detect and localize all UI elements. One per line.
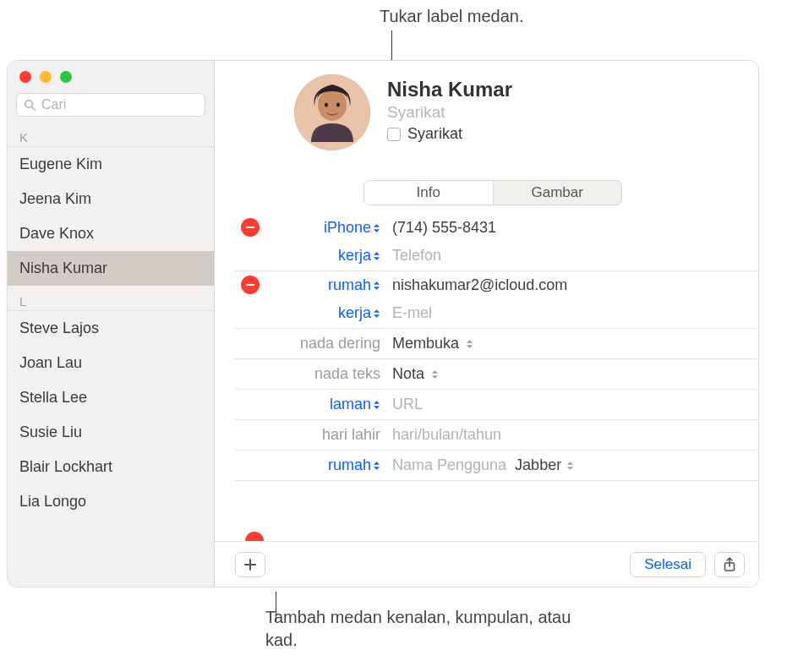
contact-name[interactable]: Nisha Kumar xyxy=(387,78,512,101)
sidebar: Cari K Eugene Kim Jeena Kim Dave Knox Ni… xyxy=(8,61,215,587)
search-placeholder: Cari xyxy=(41,97,66,112)
birthday-label: hari lahir xyxy=(322,426,380,443)
contact-card: Nisha Kumar Syarikat Syarikat Info Gamba… xyxy=(215,61,758,587)
list-item[interactable]: Lia Longo xyxy=(8,484,214,519)
list-item[interactable]: Jeena Kim xyxy=(8,182,214,216)
phone-value[interactable]: (714) 555-8431 xyxy=(385,219,496,237)
company-field[interactable]: Syarikat xyxy=(387,103,512,122)
done-button[interactable]: Selesai xyxy=(630,552,706,577)
plus-icon xyxy=(243,558,257,571)
phone2-value[interactable]: Telefon xyxy=(385,247,441,265)
callout-top: Tukar label medan. xyxy=(380,0,718,28)
list-item[interactable]: Blair Lockhart xyxy=(8,450,214,484)
birthday-value[interactable]: hari/bulan/tahun xyxy=(385,426,501,444)
window-controls xyxy=(8,61,214,93)
contacts-list[interactable]: K Eugene Kim Jeena Kim Dave Knox Nisha K… xyxy=(8,122,214,519)
tab-bar: Info Gambar xyxy=(363,180,622,205)
ringtone-label: nada dering xyxy=(300,335,380,352)
im-service-dropdown[interactable]: Jabber xyxy=(515,456,574,474)
share-button[interactable] xyxy=(714,552,745,577)
search-input[interactable]: Cari xyxy=(16,93,205,117)
phone-label-dropdown[interactable]: iPhone xyxy=(265,219,385,237)
im-label-dropdown[interactable]: rumah xyxy=(265,456,385,474)
url-label-dropdown[interactable]: laman xyxy=(265,396,385,413)
search-icon xyxy=(24,99,36,112)
svg-point-3 xyxy=(318,89,347,121)
email-value[interactable]: nishakumar2@icloud.com xyxy=(385,276,567,294)
contacts-window: Cari K Eugene Kim Jeena Kim Dave Knox Ni… xyxy=(7,60,759,587)
remove-email-button[interactable] xyxy=(241,276,260,294)
texttone-dropdown[interactable]: Nota xyxy=(385,365,439,383)
tab-picture[interactable]: Gambar xyxy=(494,181,622,205)
close-window-button[interactable] xyxy=(19,71,31,83)
zoom-window-button[interactable] xyxy=(60,71,72,83)
im-username[interactable]: Nama Pengguna xyxy=(392,456,506,474)
svg-point-5 xyxy=(336,103,340,107)
remove-row-button-partial[interactable] xyxy=(245,532,264,541)
company-checkbox-label: Syarikat xyxy=(407,125,462,143)
callout-leader-line xyxy=(276,592,276,622)
add-field-button[interactable] xyxy=(235,552,265,577)
svg-point-4 xyxy=(325,103,328,107)
share-icon xyxy=(723,557,736,572)
section-header-k: K xyxy=(8,125,214,147)
email-label-dropdown[interactable]: rumah xyxy=(265,276,385,294)
list-item[interactable]: Steve Lajos xyxy=(8,311,214,346)
phone2-label-dropdown[interactable]: kerja xyxy=(265,247,385,265)
tab-info[interactable]: Info xyxy=(364,181,494,205)
svg-line-1 xyxy=(32,107,36,110)
avatar[interactable] xyxy=(294,74,370,150)
list-item-selected[interactable]: Nisha Kumar xyxy=(8,251,214,286)
texttone-label: nada teks xyxy=(314,365,380,382)
section-header-l: L xyxy=(8,289,214,311)
callout-bottom: Tambah medan kenalan, kumpulan, atau kad… xyxy=(265,587,604,652)
url-value[interactable]: URL xyxy=(385,396,423,413)
remove-phone-button[interactable] xyxy=(241,218,260,237)
email2-label-dropdown[interactable]: kerja xyxy=(265,304,385,322)
list-item[interactable]: Dave Knox xyxy=(8,216,214,251)
list-item[interactable]: Joan Lau xyxy=(8,346,214,380)
field-list: iPhone (714) 555-8431 kerja Telefon ruma… xyxy=(235,214,758,481)
company-checkbox[interactable] xyxy=(387,128,401,141)
list-item[interactable]: Eugene Kim xyxy=(8,147,214,182)
list-item[interactable]: Susie Liu xyxy=(8,415,214,450)
card-footer: Selesai xyxy=(215,541,758,587)
email2-value[interactable]: E-mel xyxy=(385,304,432,322)
minimize-window-button[interactable] xyxy=(40,71,52,83)
ringtone-dropdown[interactable]: Membuka xyxy=(385,335,473,352)
list-item[interactable]: Stella Lee xyxy=(8,380,214,415)
